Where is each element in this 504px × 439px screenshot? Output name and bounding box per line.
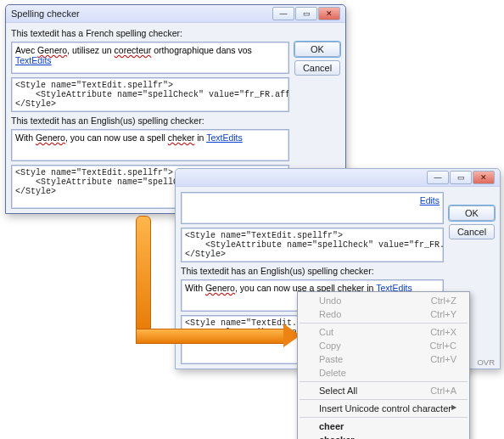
minimize-button[interactable]: — xyxy=(272,7,294,20)
ctx-separator xyxy=(300,381,468,382)
maximize-button[interactable]: ▭ xyxy=(450,171,472,184)
ctx-suggestion-checker[interactable]: checker xyxy=(299,433,468,439)
window-title: Spelling checker xyxy=(11,8,272,19)
ovr-indicator: OVR xyxy=(477,357,495,367)
misspelling-cheker: cheker xyxy=(168,132,195,143)
ctx-separator xyxy=(300,399,468,400)
cancel-button[interactable]: Cancel xyxy=(294,60,340,76)
ctx-separator xyxy=(300,323,468,324)
french-textedit[interactable]: Avec Genero, utilisez un corecteur ortho… xyxy=(11,42,289,74)
ok-button[interactable]: OK xyxy=(449,205,495,221)
ctx-select-all[interactable]: Select AllCtrl+A xyxy=(299,384,468,397)
french-style-code[interactable]: <Style name="TextEdit.spellfr"> <StyleAt… xyxy=(11,77,289,112)
titlebar[interactable]: Spelling checker — ▭ ✕ xyxy=(6,5,345,23)
misspelling-corecteur: corecteur xyxy=(115,45,152,55)
ctx-separator xyxy=(300,417,468,418)
maximize-button[interactable]: ▭ xyxy=(295,7,317,20)
ctx-redo[interactable]: RedoCtrl+Y xyxy=(299,307,468,321)
french-textedit-front[interactable]: xEdits xyxy=(181,192,444,224)
english-textedit[interactable]: With Genero, you can now use a spell che… xyxy=(11,129,289,161)
cancel-button[interactable]: Cancel xyxy=(449,224,495,239)
misspelling-genero-en: Genero xyxy=(36,132,65,143)
close-button[interactable]: ✕ xyxy=(318,7,340,20)
english-section-label: This textedit has an English(us) spellin… xyxy=(11,115,289,126)
minimize-button[interactable]: — xyxy=(427,171,449,184)
french-style-code-front[interactable]: <Style name="TextEdit.spellfr"> <StyleAt… xyxy=(181,228,444,262)
partial-textedits: Edits xyxy=(420,195,440,205)
ctx-copy[interactable]: CopyCtrl+C xyxy=(299,339,468,352)
ctx-suggestion-cheer[interactable]: cheer xyxy=(299,419,468,433)
english-section-label-front: This textedit has an English(us) spellin… xyxy=(181,266,444,276)
ctx-paste[interactable]: PasteCtrl+V xyxy=(299,352,468,366)
ok-button[interactable]: OK xyxy=(294,42,340,57)
ctx-cut[interactable]: CutCtrl+X xyxy=(299,325,468,339)
misspelling-genero: Genero xyxy=(37,45,67,55)
ctx-insert-unicode[interactable]: Insert Unicode control character xyxy=(299,402,468,415)
ctx-undo[interactable]: UndoCtrl+Z xyxy=(299,294,468,307)
misspelling-textedits: TextEdits xyxy=(15,55,52,65)
french-section-label: This textedit has a French spelling chec… xyxy=(11,28,289,38)
misspelling-textedits-en: TextEdits xyxy=(206,132,243,143)
titlebar-front[interactable]: — ▭ ✕ xyxy=(176,169,500,187)
ctx-delete[interactable]: Delete xyxy=(299,366,468,380)
close-button[interactable]: ✕ xyxy=(473,171,495,184)
context-menu: UndoCtrl+Z RedoCtrl+Y CutCtrl+X CopyCtrl… xyxy=(297,291,470,439)
